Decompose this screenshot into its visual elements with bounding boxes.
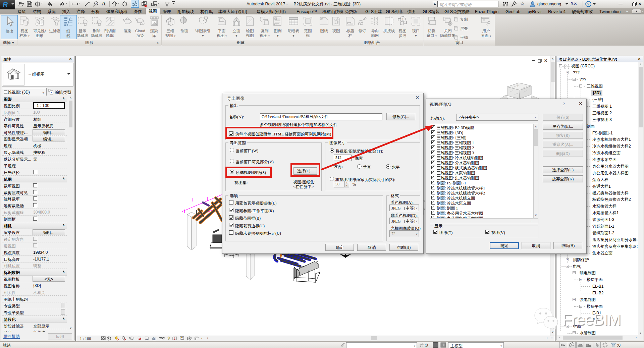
svg-text:9: 9 bbox=[132, 338, 133, 340]
svg-text:9: 9 bbox=[146, 338, 148, 341]
svg-text:上: 上 bbox=[516, 84, 519, 88]
svg-text:1: 1 bbox=[402, 17, 404, 21]
svg-text:1: 1 bbox=[96, 2, 97, 5]
svg-text:?: ? bbox=[587, 2, 590, 6]
